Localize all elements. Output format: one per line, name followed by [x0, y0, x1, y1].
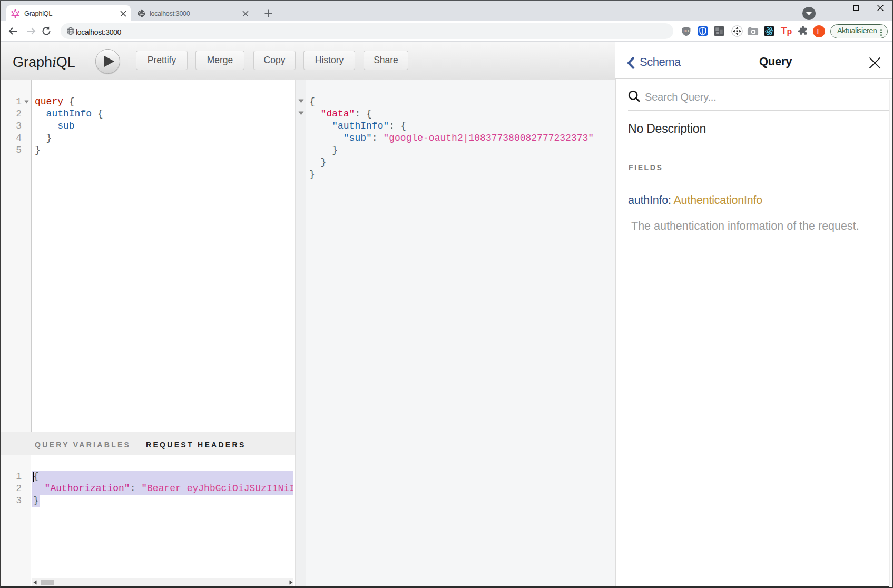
svg-text:uO: uO [684, 29, 689, 33]
